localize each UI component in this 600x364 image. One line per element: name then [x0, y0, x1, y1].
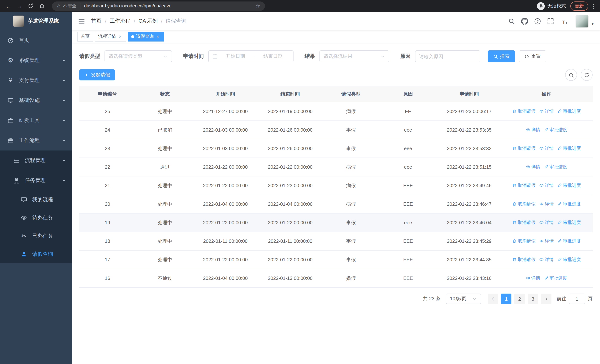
browser-home-icon[interactable]	[37, 1, 47, 11]
tab-home[interactable]: 首页	[77, 32, 93, 41]
update-button[interactable]: 更新	[570, 1, 588, 10]
row-action-detail[interactable]: 详情	[526, 164, 540, 170]
row-action-progress[interactable]: 审批进度	[557, 219, 581, 226]
row-action-detail[interactable]: 详情	[539, 201, 554, 207]
sidebar-item-label: 流程管理	[25, 157, 46, 164]
yen-icon: ¥	[7, 77, 14, 84]
row-action-cancel[interactable]: 取消请假	[512, 201, 535, 207]
chevron-down-icon	[62, 58, 66, 63]
row-action-cancel[interactable]: 取消请假	[512, 182, 535, 189]
col-apply-time: 申请时间	[438, 86, 500, 102]
breadcrumb-oa-example[interactable]: OA 示例	[139, 18, 158, 24]
cell-status: 处理中	[136, 176, 194, 195]
row-action-progress[interactable]: 审批进度	[544, 275, 567, 281]
sidebar-item-my-process[interactable]: 我的流程	[0, 191, 72, 209]
row-action-detail[interactable]: 详情	[539, 145, 554, 152]
row-action-progress[interactable]: 审批进度	[557, 201, 581, 207]
help-icon[interactable]: ?	[534, 18, 541, 25]
github-icon[interactable]	[521, 18, 528, 25]
app-logo[interactable]: 芋道管理系统	[0, 12, 72, 30]
reset-button[interactable]: 重置	[519, 50, 546, 62]
font-size-icon[interactable]: TT	[560, 18, 570, 25]
toggle-search-button[interactable]	[565, 69, 577, 81]
browser-reload-icon[interactable]	[26, 1, 36, 11]
close-icon[interactable]: ×	[117, 34, 123, 39]
result-select[interactable]: 请选择流结果	[319, 50, 389, 62]
cell-leave-type: 婚假	[324, 269, 378, 288]
row-action-progress[interactable]: 审批进度	[544, 164, 567, 170]
sidebar-item-payment[interactable]: ¥ 支付管理	[0, 70, 72, 90]
col-leave-type: 请假类型	[324, 86, 378, 102]
page-button-2[interactable]: 2	[514, 294, 525, 304]
search-icon[interactable]	[508, 18, 515, 25]
edit-icon	[544, 165, 548, 169]
leave-type-select[interactable]: 请选择请假类型	[104, 50, 172, 62]
page-button-1[interactable]: 1	[501, 294, 511, 304]
leave-type-label: 请假类型	[79, 53, 100, 60]
close-icon[interactable]: ×	[155, 34, 160, 39]
sidebar-item-devtools[interactable]: 研发工具	[0, 111, 72, 131]
row-action-progress[interactable]: 审批进度	[557, 238, 581, 244]
apply-time-range-input[interactable]: 开始日期 - 结束日期	[208, 50, 293, 62]
cell-apply-id: 17	[79, 250, 136, 269]
active-tab-dot	[131, 35, 134, 38]
row-action-progress[interactable]: 审批进度	[544, 127, 567, 133]
hamburger-icon[interactable]	[78, 18, 85, 25]
search-button[interactable]: 搜索	[488, 50, 515, 62]
user-avatar[interactable]	[576, 15, 589, 28]
sidebar-item-task-mgmt[interactable]: 任务管理	[0, 170, 72, 191]
row-action-progress[interactable]: 审批进度	[557, 182, 581, 189]
sidebar-item-home[interactable]: 首页	[0, 30, 72, 50]
sidebar-item-done-tasks[interactable]: ✂ 已办任务	[0, 227, 72, 245]
row-action-detail[interactable]: 详情	[539, 257, 554, 263]
row-action-detail[interactable]: 详情	[526, 275, 540, 281]
breadcrumb-workflow[interactable]: 工作流程	[110, 18, 131, 24]
sidebar-item-system[interactable]: ⚙ 系统管理	[0, 50, 72, 70]
browser-forward-icon[interactable]: →	[15, 1, 24, 11]
page-size-select[interactable]: 10条/页	[446, 294, 481, 304]
create-leave-button[interactable]: + 发起请假	[79, 69, 115, 80]
view-icon	[539, 202, 544, 206]
goto-page-input[interactable]	[569, 294, 585, 304]
row-action-cancel[interactable]: 取消请假	[512, 145, 535, 152]
address-bar[interactable]: ⚠ 不安全 dashboard.yudao.iocoder.cn/bpm/oa/…	[52, 1, 265, 10]
row-action-detail[interactable]: 详情	[539, 108, 554, 114]
breadcrumb-home[interactable]: 首页	[91, 18, 102, 24]
sidebar-item-infrastructure[interactable]: 基础设施	[0, 90, 72, 111]
browser-back-icon[interactable]: ←	[4, 1, 13, 11]
sidebar-item-leave-query[interactable]: 请假查询	[0, 245, 72, 263]
breadcrumb-separator: /	[134, 18, 135, 24]
row-action-progress[interactable]: 审批进度	[557, 145, 581, 152]
page-button-3[interactable]: 3	[528, 294, 538, 304]
reason-label: 原因	[400, 53, 411, 60]
col-end-time: 结束时间	[256, 86, 324, 102]
sidebar-item-process-mgmt[interactable]: 流程管理	[0, 150, 72, 170]
cell-actions: 取消请假详情审批进度	[500, 176, 593, 195]
list-icon	[13, 157, 20, 164]
row-action-detail[interactable]: 详情	[539, 182, 554, 189]
cell-status: 处理中	[136, 213, 194, 232]
tab-process-detail[interactable]: 流程详情 ×	[95, 32, 126, 41]
prev-page-button[interactable]	[488, 294, 498, 304]
row-action-cancel[interactable]: 取消请假	[512, 238, 535, 244]
page-content: 请假类型 请选择请假类型 申请时间 开始日期 - 结束日期	[72, 43, 600, 364]
table-row: 24 已取消 2022-01-03 00:00:00 2022-01-26 00…	[79, 121, 593, 139]
row-action-cancel[interactable]: 取消请假	[512, 219, 535, 226]
refresh-table-button[interactable]	[581, 69, 593, 81]
row-action-detail[interactable]: 详情	[539, 219, 554, 226]
row-action-detail[interactable]: 详情	[526, 127, 540, 133]
bookmark-star-icon[interactable]: ☆	[255, 3, 261, 9]
fullscreen-icon[interactable]	[547, 18, 554, 25]
caret-down-icon[interactable]: ▾	[590, 21, 595, 26]
sidebar-item-todo-tasks[interactable]: 待办任务	[0, 209, 72, 227]
reason-input[interactable]	[415, 50, 480, 62]
row-action-detail[interactable]: 详情	[539, 238, 554, 244]
row-action-progress[interactable]: 审批进度	[557, 257, 581, 263]
row-action-progress[interactable]: 审批进度	[557, 108, 581, 114]
row-action-cancel[interactable]: 取消请假	[512, 108, 535, 114]
row-action-cancel[interactable]: 取消请假	[512, 257, 535, 263]
tab-leave-query[interactable]: 请假查询 ×	[128, 32, 164, 41]
browser-menu-icon[interactable]: ⋮	[590, 2, 596, 10]
sidebar-item-workflow[interactable]: 工作流程	[0, 131, 72, 150]
next-page-button[interactable]	[541, 294, 552, 304]
